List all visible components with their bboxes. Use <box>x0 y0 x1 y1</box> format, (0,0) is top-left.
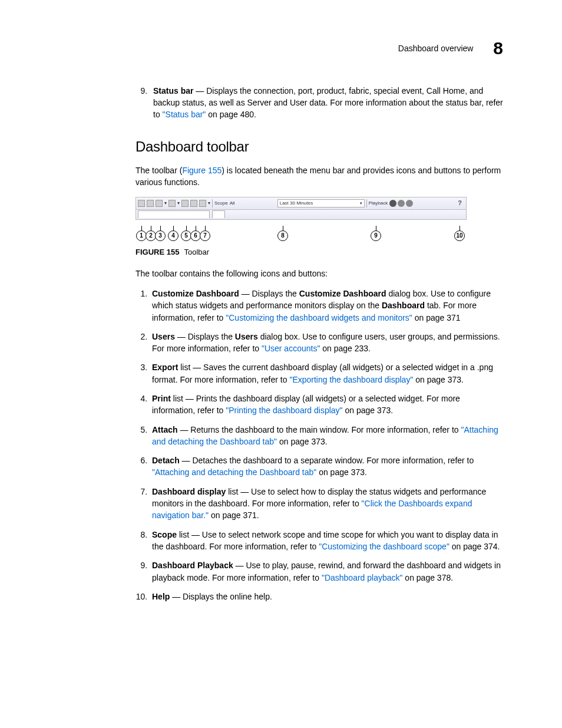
after-figure-text: The toolbar contains the following icons… <box>135 268 503 279</box>
user-accounts-link[interactable]: "User accounts" <box>262 344 320 353</box>
section-intro: The toolbar (Figure 155) is located bene… <box>135 164 503 189</box>
detach-icon[interactable] <box>190 200 197 207</box>
separator <box>212 199 213 207</box>
print-icon[interactable] <box>168 200 176 207</box>
users-icon[interactable] <box>147 200 154 207</box>
item-detach: Detach — Detaches the dashboard to a sep… <box>150 454 503 479</box>
item-users: Users — Displays the Users dialog box. U… <box>150 331 503 355</box>
dashboard-playback-link[interactable]: "Dashboard playback" <box>322 573 403 582</box>
item-print: Print list — Prints the dashboard displa… <box>150 393 503 417</box>
customizing-scope-link[interactable]: "Customizing the dashboard scope" <box>319 542 449 551</box>
item-attach: Attach — Returns the dashboard to the ma… <box>150 424 503 448</box>
separator <box>366 199 367 207</box>
section-name: Dashboard overview <box>398 44 474 53</box>
attach-icon[interactable] <box>181 200 189 207</box>
figure-caption: FIGURE 155Toolbar <box>135 247 503 258</box>
status-bar-item: Status bar — Displays the connection, po… <box>150 85 503 121</box>
scope-label: Scope <box>214 200 228 207</box>
toolbar-tabs-row <box>136 210 466 219</box>
content: Status bar — Displays the connection, po… <box>135 85 503 603</box>
item-help: Help — Displays the online help. <box>150 591 503 602</box>
figure-ref-link[interactable]: Figure 155 <box>182 166 222 175</box>
item-export: Export list — Saves the current dashboar… <box>150 361 503 386</box>
toolbar-items-list: Customize Dashboard — Displays the Custo… <box>135 288 503 602</box>
playback-forward-icon[interactable] <box>406 200 413 207</box>
status-bar-link[interactable]: "Status bar" <box>163 110 206 119</box>
playback-controls <box>389 200 413 207</box>
page: Dashboard overview 8 Status bar — Displa… <box>0 0 562 728</box>
time-scope-dropdown[interactable]: Last 30 Minutes <box>277 199 365 207</box>
callout-3: 3 <box>155 230 166 241</box>
callout-7: 7 <box>200 230 210 241</box>
callout-8: 8 <box>277 230 288 241</box>
toolbar-figure: ▾ ▾ ▾ Scope All Last 30 Minutes Playback <box>135 197 467 220</box>
display-icon[interactable] <box>199 200 206 207</box>
printing-display-link[interactable]: "Printing the dashboard display" <box>226 406 342 415</box>
item-tail: on page 480. <box>206 110 256 119</box>
playback-label: Playback <box>369 200 388 207</box>
page-header: Dashboard overview 8 <box>59 35 503 61</box>
item-scope: Scope list — Use to select network scope… <box>150 529 503 553</box>
attach-detach-link-2[interactable]: "Attaching and detaching the Dashboard t… <box>152 467 316 477</box>
callout-9: 9 <box>371 230 381 241</box>
chapter-number: 8 <box>493 38 503 58</box>
figure-callouts: 1 2 3 4 5 6 7 8 9 10 <box>135 222 465 241</box>
item-dashboard-playback: Dashboard Playback — Use to play, pause,… <box>150 559 503 584</box>
customize-dashboard-icon[interactable] <box>138 200 145 207</box>
section-title: Dashboard toolbar <box>135 137 503 157</box>
help-icon[interactable]: ? <box>455 199 464 208</box>
playback-play-icon[interactable] <box>398 200 405 207</box>
figure-title: Toolbar <box>184 248 209 256</box>
continued-list: Status bar — Displays the connection, po… <box>135 85 503 121</box>
item-name: Status bar <box>153 86 193 95</box>
playback-rewind-icon[interactable] <box>389 200 396 207</box>
item-dashboard-display: Dashboard display list — Use to select h… <box>150 486 503 522</box>
item-customize-dashboard: Customize Dashboard — Displays the Custo… <box>150 288 503 324</box>
dashboard-tab[interactable] <box>138 210 210 218</box>
exporting-display-link[interactable]: "Exporting the dashboard display" <box>289 375 413 384</box>
callout-4: 4 <box>168 230 178 241</box>
figure-label: FIGURE 155 <box>135 248 179 256</box>
tab-add[interactable] <box>212 210 225 218</box>
export-icon[interactable] <box>156 200 163 207</box>
toolbar-row: ▾ ▾ ▾ Scope All Last 30 Minutes Playback <box>136 197 466 210</box>
customizing-widgets-link[interactable]: "Customizing the dashboard widgets and m… <box>226 313 412 322</box>
scope-value: All <box>230 200 235 207</box>
callout-10: 10 <box>454 230 465 241</box>
